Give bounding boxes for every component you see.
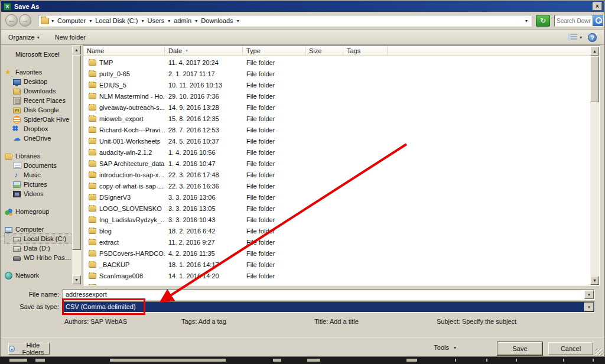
save-as-type-select[interactable]: CSV (Comma delimited) ▾	[63, 301, 595, 313]
breadcrumb-item[interactable]: Computer	[55, 17, 88, 24]
file-name-input[interactable]: addressexport ▾	[63, 289, 595, 300]
breadcrumb-item[interactable]: Downloads	[199, 17, 235, 24]
file-row[interactable]: TMP11. 4. 2017 20:24File folder	[83, 57, 591, 68]
sidebar-item-network[interactable]: Network	[5, 271, 72, 280]
sidebar-item-disk-google[interactable]: Disk Google	[5, 105, 72, 115]
organize-button[interactable]: Organize ▾	[8, 34, 40, 41]
file-list-scrollbar[interactable]: ▲ ▼	[590, 47, 599, 285]
address-history-dropdown-icon[interactable]: ▾	[523, 18, 530, 24]
sidebar-item-microsoft-excel[interactable]: Microsoft Excel	[5, 50, 72, 59]
file-row[interactable]: extract11. 2. 2016 9:27File folder	[83, 236, 591, 248]
scroll-up-icon[interactable]: ▲	[590, 47, 599, 56]
file-row[interactable]: _BACKUP18. 1. 2016 14:17File folder	[83, 259, 591, 270]
sidebar-item-music[interactable]: Music	[5, 170, 72, 180]
save-button[interactable]: Save	[497, 342, 542, 355]
search-icon[interactable]	[593, 15, 603, 26]
back-icon[interactable]: ←	[5, 14, 18, 27]
scroll-up-icon[interactable]: ▲	[72, 46, 81, 54]
resize-grip[interactable]	[596, 349, 603, 356]
sidebar-item-dropbox[interactable]: Dropbox	[5, 124, 72, 134]
file-list-scrollbar-thumb[interactable]	[590, 56, 599, 102]
sidebar-item-favorites[interactable]: Favorites	[5, 67, 72, 77]
sidebar-item-wd-hribo-passport[interactable]: WD Hribo Passport	[5, 253, 72, 262]
sidebar-item-desktop[interactable]: Desktop	[5, 77, 72, 86]
sidebar-item-computer[interactable]: Computer	[5, 225, 72, 234]
sidebar-item-label: Videos	[24, 190, 43, 197]
sidebar-item-homegroup[interactable]: Homegroup	[5, 207, 72, 216]
address-bar[interactable]: ▾ Computer▾Local Disk (C:)▾Users▾admin▾D…	[38, 15, 532, 27]
sidebar-item-documents[interactable]: Documents	[5, 161, 72, 170]
title-field[interactable]: Title: Add a title	[314, 318, 359, 325]
folder-icon	[89, 150, 96, 155]
file-row[interactable]: giveaway-outreach-s...14. 9. 2016 13:28F…	[83, 102, 591, 113]
column-header-size[interactable]: Size	[305, 46, 343, 56]
file-row[interactable]: audacity-win-2.1.21. 4. 2016 10:56File f…	[83, 147, 591, 158]
refresh-icon[interactable]: ↻	[536, 15, 550, 27]
search-input[interactable]	[555, 15, 593, 26]
tags-field[interactable]: Tags: Add a tag	[181, 318, 226, 325]
sidebar-item-libraries[interactable]: Libraries	[5, 151, 72, 161]
column-header-name[interactable]: Name	[83, 46, 165, 56]
sidebar-item-pictures[interactable]: Pictures	[5, 180, 72, 189]
column-label: Name	[87, 47, 104, 54]
sidebar-item-onedrive[interactable]: OneDrive	[5, 134, 72, 143]
column-header-date[interactable]: Date▾	[165, 46, 243, 56]
breadcrumb-item[interactable]: admin	[171, 17, 194, 24]
file-row[interactable]: blog18. 2. 2016 6:42File folder	[83, 225, 591, 236]
file-row[interactable]: SAP Architecture_data1. 4. 2016 10:47Fil…	[83, 158, 591, 169]
subject-field[interactable]: Subject: Specify the subject	[437, 318, 516, 325]
chevron-down-icon[interactable]: ▾	[584, 290, 594, 299]
views-button[interactable]: ▾	[568, 34, 582, 41]
scroll-down-icon[interactable]: ▼	[72, 275, 81, 284]
chevron-down-icon[interactable]: ▾	[194, 18, 199, 24]
file-row[interactable]: LOGO_SLOVENSKO3. 3. 2016 13:05File folde…	[83, 203, 591, 214]
file-row[interactable]: DSignerV33. 3. 2016 13:06File folder	[83, 191, 591, 203]
help-icon[interactable]: ?	[588, 33, 597, 42]
forward-icon[interactable]: →	[19, 14, 31, 27]
chevron-down-icon[interactable]: ▾	[584, 303, 594, 311]
tags-label: Tags:	[181, 318, 197, 325]
file-type: File folder	[243, 115, 305, 122]
file-name-cell	[83, 284, 165, 286]
file-row[interactable]: ScanImage00814. 1. 2016 14:20File folder	[83, 270, 591, 281]
sidebar-item-videos[interactable]: Videos	[5, 189, 72, 199]
chevron-down-icon[interactable]: ▾	[88, 18, 93, 24]
breadcrumb-item[interactable]: Users	[145, 17, 167, 24]
authors-field: Authors: SAP WebAS	[64, 318, 127, 325]
sidebar-item-local-disk-c-[interactable]: Local Disk (C:)	[5, 234, 72, 243]
title-bar[interactable]: Save As ×	[1, 1, 604, 12]
scroll-down-icon[interactable]: ▼	[590, 276, 599, 285]
sidebar-scrollbar-thumb[interactable]	[72, 55, 81, 250]
file-row[interactable]: NLM Mastermind - Ho...29. 10. 2016 7:36F…	[83, 90, 591, 102]
chevron-down-icon[interactable]: ▾	[167, 18, 171, 24]
column-header-tags[interactable]: Tags	[343, 46, 388, 56]
sidebar-item-downloads[interactable]: Downloads	[5, 86, 72, 96]
file-row[interactable]: introduction-to-sap-x...22. 3. 2016 17:4…	[83, 169, 591, 180]
tools-menu-button[interactable]: Tools ▾	[434, 344, 456, 351]
chevron-down-icon[interactable]: ▾	[140, 18, 145, 24]
new-folder-button[interactable]: New folder	[55, 34, 86, 41]
chevron-down-icon[interactable]: ▾	[236, 18, 240, 24]
file-row[interactable]: Richard-Koch---Pravi...28. 7. 2016 12:53…	[83, 124, 591, 135]
column-header-type[interactable]: Type	[243, 46, 305, 56]
sidebar-scrollbar[interactable]: ▲ ▼	[72, 46, 81, 284]
file-row[interactable]: Unit-001-Worksheets24. 5. 2016 10:37File…	[83, 135, 591, 147]
chevron-down-icon[interactable]: ▾	[50, 18, 55, 24]
sidebar-item-data-d-[interactable]: Data (D:)	[5, 243, 72, 253]
sidebar-item-spideroak-hive[interactable]: SpiderOak Hive	[5, 115, 72, 124]
file-row[interactable]: PSDCovers-HARDCO...4. 2. 2016 11:35File …	[83, 248, 591, 259]
star-icon	[5, 69, 12, 76]
breadcrumb-item[interactable]: Local Disk (C:)	[93, 17, 140, 24]
file-name-cell: Richard-Koch---Pravi...	[83, 126, 165, 134]
file-row[interactable]: EDIUS_510. 11. 2016 10:13File folder	[83, 79, 591, 90]
file-name-cell: copy-of-what-is-sap-...	[83, 183, 165, 190]
sidebar-item-recent-places[interactable]: Recent Places	[5, 96, 72, 105]
hide-folders-button[interactable]: ▴ Hide Folders	[8, 343, 50, 355]
file-row[interactable]: Ing_LadislavRydzyk_...3. 3. 2016 10:43Fi…	[83, 214, 591, 225]
cancel-button[interactable]: Cancel	[548, 342, 593, 355]
file-row[interactable]: copy-of-what-is-sap-...22. 3. 2016 16:36…	[83, 180, 591, 191]
close-icon[interactable]: ×	[593, 2, 602, 11]
file-row[interactable]: mioweb_export15. 8. 2016 12:35File folde…	[83, 113, 591, 124]
file-row[interactable]: putty_0-652. 1. 2017 11:17File folder	[83, 68, 591, 79]
file-name: Richard-Koch---Pravi...	[99, 126, 165, 134]
